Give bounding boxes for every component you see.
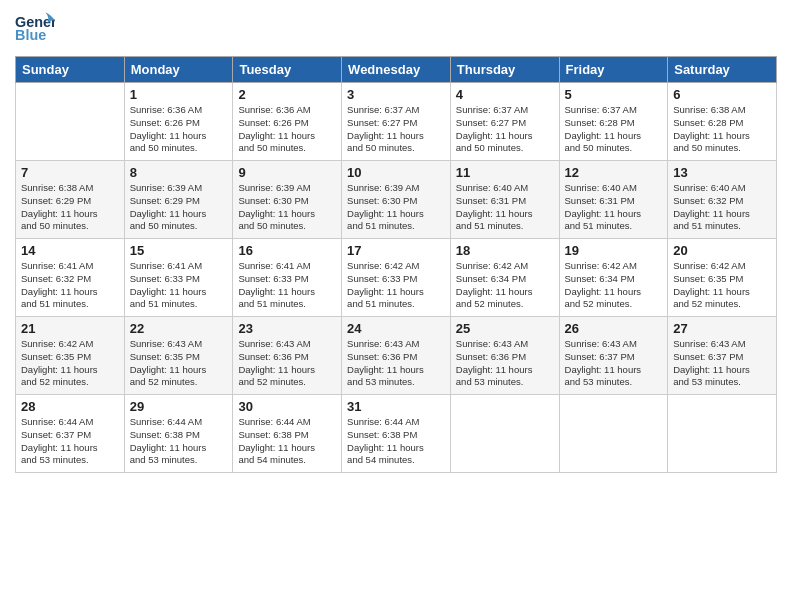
day-info: Sunrise: 6:40 AM Sunset: 6:31 PM Dayligh… bbox=[456, 182, 554, 233]
day-info: Sunrise: 6:41 AM Sunset: 6:32 PM Dayligh… bbox=[21, 260, 119, 311]
day-info: Sunrise: 6:44 AM Sunset: 6:38 PM Dayligh… bbox=[347, 416, 445, 467]
week-row-4: 21Sunrise: 6:42 AM Sunset: 6:35 PM Dayli… bbox=[16, 317, 777, 395]
day-number: 6 bbox=[673, 87, 771, 102]
column-header-wednesday: Wednesday bbox=[342, 57, 451, 83]
day-cell: 27Sunrise: 6:43 AM Sunset: 6:37 PM Dayli… bbox=[668, 317, 777, 395]
day-info: Sunrise: 6:39 AM Sunset: 6:30 PM Dayligh… bbox=[347, 182, 445, 233]
day-number: 28 bbox=[21, 399, 119, 414]
day-cell: 12Sunrise: 6:40 AM Sunset: 6:31 PM Dayli… bbox=[559, 161, 668, 239]
day-cell: 29Sunrise: 6:44 AM Sunset: 6:38 PM Dayli… bbox=[124, 395, 233, 473]
day-cell bbox=[668, 395, 777, 473]
day-info: Sunrise: 6:43 AM Sunset: 6:36 PM Dayligh… bbox=[238, 338, 336, 389]
day-number: 2 bbox=[238, 87, 336, 102]
day-info: Sunrise: 6:39 AM Sunset: 6:30 PM Dayligh… bbox=[238, 182, 336, 233]
day-info: Sunrise: 6:42 AM Sunset: 6:35 PM Dayligh… bbox=[673, 260, 771, 311]
day-cell: 11Sunrise: 6:40 AM Sunset: 6:31 PM Dayli… bbox=[450, 161, 559, 239]
day-number: 7 bbox=[21, 165, 119, 180]
day-cell: 4Sunrise: 6:37 AM Sunset: 6:27 PM Daylig… bbox=[450, 83, 559, 161]
calendar-header-row: SundayMondayTuesdayWednesdayThursdayFrid… bbox=[16, 57, 777, 83]
day-cell: 10Sunrise: 6:39 AM Sunset: 6:30 PM Dayli… bbox=[342, 161, 451, 239]
day-number: 31 bbox=[347, 399, 445, 414]
day-number: 23 bbox=[238, 321, 336, 336]
day-info: Sunrise: 6:44 AM Sunset: 6:38 PM Dayligh… bbox=[130, 416, 228, 467]
day-number: 4 bbox=[456, 87, 554, 102]
logo: General Blue bbox=[15, 10, 55, 48]
day-cell: 3Sunrise: 6:37 AM Sunset: 6:27 PM Daylig… bbox=[342, 83, 451, 161]
day-info: Sunrise: 6:43 AM Sunset: 6:36 PM Dayligh… bbox=[456, 338, 554, 389]
day-number: 11 bbox=[456, 165, 554, 180]
day-info: Sunrise: 6:44 AM Sunset: 6:37 PM Dayligh… bbox=[21, 416, 119, 467]
day-cell: 31Sunrise: 6:44 AM Sunset: 6:38 PM Dayli… bbox=[342, 395, 451, 473]
day-info: Sunrise: 6:39 AM Sunset: 6:29 PM Dayligh… bbox=[130, 182, 228, 233]
week-row-2: 7Sunrise: 6:38 AM Sunset: 6:29 PM Daylig… bbox=[16, 161, 777, 239]
day-cell: 25Sunrise: 6:43 AM Sunset: 6:36 PM Dayli… bbox=[450, 317, 559, 395]
day-info: Sunrise: 6:43 AM Sunset: 6:35 PM Dayligh… bbox=[130, 338, 228, 389]
day-cell: 2Sunrise: 6:36 AM Sunset: 6:26 PM Daylig… bbox=[233, 83, 342, 161]
day-number: 21 bbox=[21, 321, 119, 336]
day-cell: 19Sunrise: 6:42 AM Sunset: 6:34 PM Dayli… bbox=[559, 239, 668, 317]
week-row-3: 14Sunrise: 6:41 AM Sunset: 6:32 PM Dayli… bbox=[16, 239, 777, 317]
day-cell: 22Sunrise: 6:43 AM Sunset: 6:35 PM Dayli… bbox=[124, 317, 233, 395]
day-cell bbox=[559, 395, 668, 473]
day-number: 8 bbox=[130, 165, 228, 180]
day-info: Sunrise: 6:37 AM Sunset: 6:28 PM Dayligh… bbox=[565, 104, 663, 155]
day-info: Sunrise: 6:38 AM Sunset: 6:29 PM Dayligh… bbox=[21, 182, 119, 233]
day-info: Sunrise: 6:36 AM Sunset: 6:26 PM Dayligh… bbox=[130, 104, 228, 155]
day-info: Sunrise: 6:43 AM Sunset: 6:37 PM Dayligh… bbox=[565, 338, 663, 389]
day-cell: 6Sunrise: 6:38 AM Sunset: 6:28 PM Daylig… bbox=[668, 83, 777, 161]
day-number: 24 bbox=[347, 321, 445, 336]
day-cell: 9Sunrise: 6:39 AM Sunset: 6:30 PM Daylig… bbox=[233, 161, 342, 239]
day-number: 10 bbox=[347, 165, 445, 180]
day-info: Sunrise: 6:41 AM Sunset: 6:33 PM Dayligh… bbox=[130, 260, 228, 311]
column-header-sunday: Sunday bbox=[16, 57, 125, 83]
day-cell: 5Sunrise: 6:37 AM Sunset: 6:28 PM Daylig… bbox=[559, 83, 668, 161]
day-info: Sunrise: 6:36 AM Sunset: 6:26 PM Dayligh… bbox=[238, 104, 336, 155]
day-cell: 8Sunrise: 6:39 AM Sunset: 6:29 PM Daylig… bbox=[124, 161, 233, 239]
day-number: 15 bbox=[130, 243, 228, 258]
day-number: 13 bbox=[673, 165, 771, 180]
day-number: 27 bbox=[673, 321, 771, 336]
day-info: Sunrise: 6:40 AM Sunset: 6:32 PM Dayligh… bbox=[673, 182, 771, 233]
day-number: 14 bbox=[21, 243, 119, 258]
day-number: 19 bbox=[565, 243, 663, 258]
day-info: Sunrise: 6:41 AM Sunset: 6:33 PM Dayligh… bbox=[238, 260, 336, 311]
day-cell: 7Sunrise: 6:38 AM Sunset: 6:29 PM Daylig… bbox=[16, 161, 125, 239]
column-header-friday: Friday bbox=[559, 57, 668, 83]
day-cell: 20Sunrise: 6:42 AM Sunset: 6:35 PM Dayli… bbox=[668, 239, 777, 317]
day-cell: 24Sunrise: 6:43 AM Sunset: 6:36 PM Dayli… bbox=[342, 317, 451, 395]
day-number: 16 bbox=[238, 243, 336, 258]
page-header: General Blue bbox=[15, 10, 777, 48]
day-info: Sunrise: 6:42 AM Sunset: 6:33 PM Dayligh… bbox=[347, 260, 445, 311]
day-info: Sunrise: 6:40 AM Sunset: 6:31 PM Dayligh… bbox=[565, 182, 663, 233]
column-header-monday: Monday bbox=[124, 57, 233, 83]
day-number: 12 bbox=[565, 165, 663, 180]
day-cell: 30Sunrise: 6:44 AM Sunset: 6:38 PM Dayli… bbox=[233, 395, 342, 473]
day-info: Sunrise: 6:37 AM Sunset: 6:27 PM Dayligh… bbox=[456, 104, 554, 155]
day-number: 30 bbox=[238, 399, 336, 414]
day-info: Sunrise: 6:42 AM Sunset: 6:35 PM Dayligh… bbox=[21, 338, 119, 389]
day-number: 18 bbox=[456, 243, 554, 258]
day-number: 5 bbox=[565, 87, 663, 102]
day-number: 1 bbox=[130, 87, 228, 102]
day-cell: 28Sunrise: 6:44 AM Sunset: 6:37 PM Dayli… bbox=[16, 395, 125, 473]
day-cell: 16Sunrise: 6:41 AM Sunset: 6:33 PM Dayli… bbox=[233, 239, 342, 317]
day-cell: 1Sunrise: 6:36 AM Sunset: 6:26 PM Daylig… bbox=[124, 83, 233, 161]
day-number: 9 bbox=[238, 165, 336, 180]
day-number: 26 bbox=[565, 321, 663, 336]
day-cell: 13Sunrise: 6:40 AM Sunset: 6:32 PM Dayli… bbox=[668, 161, 777, 239]
day-info: Sunrise: 6:42 AM Sunset: 6:34 PM Dayligh… bbox=[456, 260, 554, 311]
week-row-5: 28Sunrise: 6:44 AM Sunset: 6:37 PM Dayli… bbox=[16, 395, 777, 473]
day-number: 25 bbox=[456, 321, 554, 336]
day-info: Sunrise: 6:44 AM Sunset: 6:38 PM Dayligh… bbox=[238, 416, 336, 467]
day-number: 20 bbox=[673, 243, 771, 258]
day-info: Sunrise: 6:37 AM Sunset: 6:27 PM Dayligh… bbox=[347, 104, 445, 155]
column-header-tuesday: Tuesday bbox=[233, 57, 342, 83]
day-cell bbox=[450, 395, 559, 473]
day-number: 17 bbox=[347, 243, 445, 258]
svg-text:Blue: Blue bbox=[15, 27, 46, 43]
day-number: 3 bbox=[347, 87, 445, 102]
week-row-1: 1Sunrise: 6:36 AM Sunset: 6:26 PM Daylig… bbox=[16, 83, 777, 161]
day-info: Sunrise: 6:42 AM Sunset: 6:34 PM Dayligh… bbox=[565, 260, 663, 311]
column-header-saturday: Saturday bbox=[668, 57, 777, 83]
day-cell: 23Sunrise: 6:43 AM Sunset: 6:36 PM Dayli… bbox=[233, 317, 342, 395]
